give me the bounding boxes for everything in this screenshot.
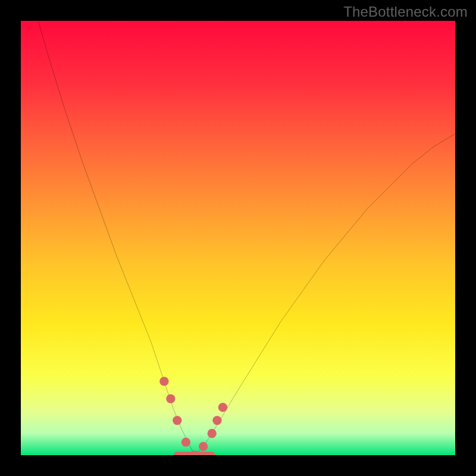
marker-dot [181, 437, 190, 446]
marker-dot [199, 442, 208, 451]
marker-dot [208, 429, 217, 438]
marker-dot [212, 416, 221, 425]
marker-dot [218, 403, 227, 412]
marker-dot [159, 377, 168, 386]
chart-frame: TheBottleneck.com [0, 0, 476, 476]
watermark-text: TheBottleneck.com [343, 4, 468, 20]
bottleneck-chart [21, 21, 455, 455]
marker-dot [166, 394, 175, 403]
marker-dot [173, 416, 181, 425]
